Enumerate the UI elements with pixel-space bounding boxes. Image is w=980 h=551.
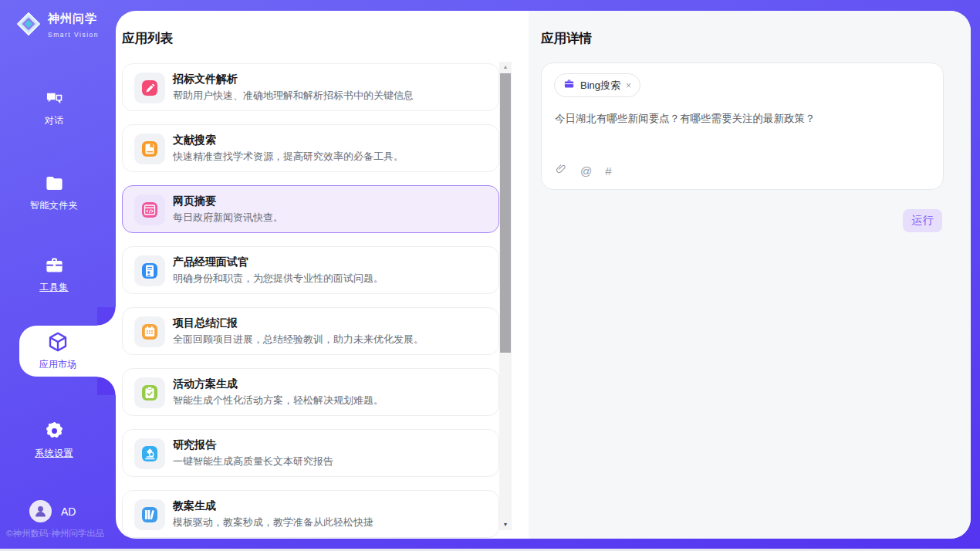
- brand-title: 神州问学: [48, 12, 97, 25]
- sidebar-item-label: 工具集: [0, 281, 108, 294]
- gear-icon: [44, 421, 65, 441]
- list-scrollbar[interactable]: ▲ ▼: [499, 62, 512, 530]
- app-card-bid-parsing[interactable]: 招标文件解析 帮助用户快速、准确地理解和解析招标书中的关键信息: [122, 63, 499, 111]
- app-description: 明确身份和职责，为您提供专业性的面试问题。: [173, 272, 384, 286]
- close-icon[interactable]: ×: [626, 80, 631, 91]
- sidebar-item-chat[interactable]: 对话: [0, 88, 108, 127]
- app-name: 项目总结汇报: [173, 316, 238, 330]
- app-name: 研究报告: [173, 438, 216, 452]
- copyright-text: ©神州数码·神州问学出品: [6, 528, 104, 539]
- cube-icon: [46, 343, 69, 356]
- app-name: 产品经理面试官: [173, 255, 248, 269]
- web-summary-icon: [134, 194, 165, 225]
- avatar: [29, 500, 52, 522]
- diamond-logo-icon: [14, 9, 43, 42]
- hash-icon[interactable]: #: [605, 164, 611, 177]
- app-name: 文献搜索: [173, 134, 216, 147]
- research-report-icon: [134, 438, 165, 469]
- sidebar-item-label: 应用市场: [19, 358, 96, 371]
- app-card-lesson-plan[interactable]: 教案生成 模板驱动，教案秒成，教学准备从此轻松快捷: [122, 490, 499, 538]
- folder-icon: [44, 173, 65, 194]
- literature-search-icon: [134, 134, 165, 164]
- notch-curve-top: [97, 307, 116, 326]
- sidebar-item-label: 系统设置: [0, 447, 108, 460]
- app-window: 神州问学 Smart Vision 对话 智能文件夹: [0, 0, 980, 549]
- scrollbar-thumb[interactable]: [500, 73, 511, 353]
- input-toolbar: @ #: [555, 163, 612, 179]
- app-list-pane: 应用列表 招标文件解析 帮助用户快速、准确地理解和解析招标书中的关键信息 文献搜…: [116, 11, 529, 539]
- app-name: 教案生成: [173, 499, 216, 513]
- lesson-plan-icon: [134, 499, 165, 530]
- notch-curve-bottom: [97, 377, 116, 395]
- app-description: 帮助用户快速、准确地理解和解析招标书中的关键信息: [173, 89, 414, 103]
- app-detail-pane: 应用详情 Bing搜索 × 今日湖北有哪些新闻要点？有哪些需要关注的最新政策？ …: [529, 11, 971, 539]
- sidebar-item-settings[interactable]: 系统设置: [0, 421, 108, 460]
- bid-document-icon: [134, 73, 165, 103]
- scroll-down-icon[interactable]: ▼: [499, 519, 512, 530]
- app-card-research-report[interactable]: 研究报告 一键智能生成高质量长文本研究报告: [122, 429, 499, 477]
- app-card-project-summary[interactable]: 项目总结汇报 全面回顾项目进展，总结经验教训，助力未来优化发展。: [122, 307, 499, 355]
- sidebar-item-label: 智能文件夹: [0, 199, 108, 212]
- app-card-literature-search[interactable]: 文献搜索 快速精准查找学术资源，提高研究效率的必备工具。: [122, 124, 499, 172]
- user-initials: AD: [61, 505, 76, 518]
- app-detail-title: 应用详情: [541, 30, 592, 47]
- app-description: 智能生成个性化活动方案，轻松解决规划难题。: [173, 394, 384, 407]
- app-card-pm-interviewer[interactable]: 产品经理面试官 明确身份和职责，为您提供专业性的面试问题。: [122, 246, 499, 294]
- brand-subtitle: Smart Vision: [48, 31, 99, 39]
- sidebar-item-app-market[interactable]: 应用市场: [19, 326, 96, 377]
- app-description: 快速精准查找学术资源，提高研究效率的必备工具。: [173, 150, 404, 164]
- project-summary-icon: [134, 316, 165, 347]
- app-list-title: 应用列表: [122, 30, 173, 47]
- app-list: 招标文件解析 帮助用户快速、准确地理解和解析招标书中的关键信息 文献搜索 快速精…: [122, 63, 499, 539]
- scroll-up-icon[interactable]: ▲: [499, 62, 512, 73]
- app-description: 一键智能生成高质量长文本研究报告: [173, 455, 333, 468]
- sidebar-item-label: 对话: [0, 114, 108, 127]
- tool-chip-bing-search[interactable]: Bing搜索 ×: [554, 73, 640, 97]
- chat-icon: [44, 88, 65, 109]
- event-plan-icon: [134, 377, 165, 408]
- query-input-text[interactable]: 今日湖北有哪些新闻要点？有哪些需要关注的最新政策？: [555, 112, 816, 126]
- query-card[interactable]: Bing搜索 × 今日湖北有哪些新闻要点？有哪些需要关注的最新政策？ @ #: [541, 63, 944, 190]
- brand-logo: 神州问学 Smart Vision: [14, 9, 116, 42]
- interviewer-icon: [134, 255, 165, 286]
- app-card-event-plan[interactable]: 活动方案生成 智能生成个性化活动方案，轻松解决规划难题。: [122, 368, 499, 416]
- app-name: 活动方案生成: [173, 377, 238, 391]
- paperclip-icon[interactable]: [555, 163, 567, 179]
- sidebar-item-smart-folder[interactable]: 智能文件夹: [0, 173, 108, 212]
- app-card-web-summary[interactable]: 网页摘要 每日政府新闻资讯快查。: [122, 185, 499, 233]
- app-description: 模板驱动，教案秒成，教学准备从此轻松快捷: [173, 516, 373, 529]
- sidebar: 神州问学 Smart Vision 对话 智能文件夹: [0, 0, 116, 549]
- app-description: 每日政府新闻资讯快查。: [173, 211, 283, 225]
- run-button[interactable]: 运行: [903, 209, 942, 232]
- app-name: 网页摘要: [173, 194, 216, 208]
- at-icon[interactable]: @: [580, 164, 592, 177]
- tool-chip-label: Bing搜索: [580, 79, 620, 93]
- briefcase-icon: [563, 78, 575, 93]
- app-name: 招标文件解析: [173, 73, 238, 86]
- app-description: 全面回顾项目进展，总结经验教训，助力未来优化发展。: [173, 333, 424, 346]
- main-content: 应用列表 招标文件解析 帮助用户快速、准确地理解和解析招标书中的关键信息 文献搜…: [116, 11, 971, 539]
- sidebar-item-toolset[interactable]: 工具集: [0, 255, 108, 294]
- toolbox-icon: [44, 255, 65, 276]
- user-account[interactable]: AD: [29, 500, 76, 522]
